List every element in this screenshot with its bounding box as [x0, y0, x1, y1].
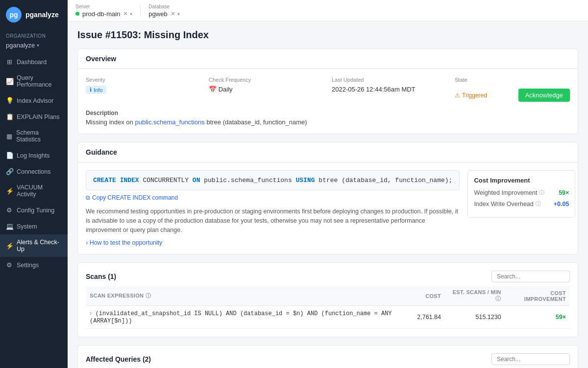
sidebar-nav: ⊞ Dashboard 📈 Query Performance 💡 Index …	[0, 54, 68, 273]
copy-create-index-link[interactable]: ⧉ Copy CREATE INDEX command	[86, 194, 460, 201]
acknowledge-button[interactable]: Acknowledge	[518, 89, 570, 102]
sidebar-item-vacuum-activity[interactable]: ⚡ VACUUM Activity	[0, 180, 68, 202]
queries-body: Affected Queries (2) QUERY ID QUERY AVG …	[78, 345, 578, 368]
sidebar-item-system[interactable]: 💻 System	[0, 218, 68, 234]
clipboard-icon: 📋	[6, 113, 13, 120]
last-updated-item: Last Updated 2022-05-26 12:44:56am MDT	[332, 77, 447, 102]
weighted-improvement-info-icon[interactable]: ⓘ	[539, 189, 544, 196]
calendar-icon: 📅	[209, 86, 217, 93]
code-block: CREATE INDEX CONCURRENTLY ON public.sche…	[86, 170, 460, 190]
table-row: › (invalidated_at_snapshot_id IS NULL) A…	[86, 306, 570, 329]
document-icon: 📄	[6, 152, 13, 159]
sidebar-item-settings[interactable]: ⚙ Settings	[0, 257, 68, 273]
database-clear-button[interactable]: ✕	[171, 10, 175, 17]
weighted-improvement-row: Weighted Improvement ⓘ 59×	[474, 189, 569, 196]
overview-header: Overview	[78, 49, 578, 69]
schema-functions-link[interactable]: public.schema_functions	[135, 118, 204, 126]
index-write-overhead-label: Index Write Overhead ⓘ	[474, 200, 540, 207]
scan-expr-info-icon[interactable]: ⓘ	[146, 293, 151, 299]
state-item: State ⚠ Triggered Acknowledge	[455, 77, 570, 102]
description-section: Description Missing index on public.sche…	[78, 110, 578, 134]
database-dropdown-button[interactable]: ▾	[177, 11, 180, 17]
row-expand-icon[interactable]: ›	[90, 310, 92, 317]
sidebar-item-log-insights[interactable]: 📄 Log Insights	[0, 147, 68, 163]
content-area: Issue #11503: Missing Index Overview Sev…	[68, 22, 588, 368]
server-value: prod-db-main	[82, 10, 120, 18]
guidance-body: CREATE INDEX CONCURRENTLY ON public.sche…	[78, 162, 578, 254]
vacuum-icon: ⚡	[6, 187, 13, 195]
scans-col-improvement: COST IMPROVEMENT	[505, 286, 570, 306]
affected-queries-card: Affected Queries (2) QUERY ID QUERY AVG …	[77, 345, 578, 368]
description-text: Missing index on public.schema_functions…	[86, 118, 570, 126]
info-circle-icon: ℹ	[90, 87, 92, 93]
database-value-row: pgweb ✕ ▾	[148, 10, 179, 18]
sidebar-logo: pg pganalyze	[0, 0, 68, 29]
guidance-layout: CREATE INDEX CONCURRENTLY ON public.sche…	[86, 170, 570, 246]
sidebar-item-schema-statistics[interactable]: ▦ Schema Statistics	[0, 125, 68, 147]
sidebar-item-alerts[interactable]: ⚡ Alerts & Check-Up	[0, 234, 68, 257]
est-scans-info-icon[interactable]: ⓘ	[495, 296, 501, 301]
state-label: State	[455, 77, 570, 83]
weighted-improvement-value: 59×	[559, 189, 569, 196]
how-to-test-link[interactable]: › How to test the opportunity	[86, 239, 460, 246]
index-write-overhead-value: +0.05	[554, 201, 569, 207]
overview-grid: Severity ℹ Info Check Frequency 📅 Daily	[78, 69, 578, 110]
index-write-overhead-row: Index Write Overhead ⓘ +0.05	[474, 200, 569, 207]
overview-card: Overview Severity ℹ Info Check Frequency…	[77, 48, 578, 134]
scans-col-cost: COST	[413, 286, 445, 306]
sidebar: pg pganalyze ORGANIZATION pganalyze ▾ ⊞ …	[0, 0, 68, 368]
guidance-main: CREATE INDEX CONCURRENTLY ON public.sche…	[86, 170, 460, 246]
scans-body: Scans (1) SCAN EXPRESSION ⓘ COST EST. SC…	[78, 263, 578, 337]
queries-header-row: Affected Queries (2)	[86, 353, 570, 365]
scan-cost-improvement-cell: 59×	[505, 306, 570, 329]
check-frequency-label: Check Frequency	[209, 77, 324, 83]
check-frequency-value: 📅 Daily	[209, 86, 324, 93]
scans-search-input[interactable]	[491, 271, 570, 282]
copy-icon: ⧉	[86, 194, 90, 201]
scans-header-row: Scans (1)	[86, 271, 570, 282]
dashboard-icon: ⊞	[6, 58, 13, 66]
database-section: Database pgweb ✕ ▾	[148, 4, 179, 18]
scan-expr-cell: › (invalidated_at_snapshot_id IS NULL) A…	[86, 306, 413, 329]
severity-badge: ℹ Info	[86, 86, 201, 94]
description-label: Description	[86, 110, 570, 116]
sidebar-item-index-advisor[interactable]: 💡 Index Advisor	[0, 92, 68, 109]
logo-text: pganalyze	[25, 11, 59, 19]
topbar: Server prod-db-main ✕ ▾ Database pgweb ✕…	[68, 0, 588, 22]
grid-icon: ▦	[6, 133, 12, 140]
org-name: pganalyze ▾	[0, 41, 68, 54]
last-updated-value: 2022-05-26 12:44:56am MDT	[332, 86, 447, 93]
server-dropdown-button[interactable]: ▾	[130, 11, 132, 17]
severity-item: Severity ℹ Info	[86, 77, 201, 102]
alert-icon: ⚡	[6, 242, 13, 250]
scans-table: SCAN EXPRESSION ⓘ COST EST. SCANS / MIN …	[86, 286, 570, 329]
scans-col-scans: EST. SCANS / MIN ⓘ	[445, 286, 505, 306]
main-area: Server prod-db-main ✕ ▾ Database pgweb ✕…	[68, 0, 588, 368]
monitor-icon: 💻	[6, 223, 13, 230]
database-value: pgweb	[148, 10, 167, 18]
queries-search-input[interactable]	[491, 353, 570, 365]
sidebar-item-query-performance[interactable]: 📈 Query Performance	[0, 70, 68, 92]
index-write-overhead-info-icon[interactable]: ⓘ	[536, 200, 541, 207]
last-updated-label: Last Updated	[332, 77, 447, 83]
lightbulb-icon: 💡	[6, 97, 13, 104]
scan-cost-cell: 2,761.84	[413, 306, 445, 329]
trigger-icon: ⚠	[455, 92, 460, 99]
org-label: ORGANIZATION	[0, 29, 68, 41]
server-value-row: prod-db-main ✕ ▾	[75, 10, 132, 18]
guidance-header: Guidance	[78, 142, 578, 162]
server-section: Server prod-db-main ✕ ▾	[75, 4, 132, 18]
sidebar-item-dashboard[interactable]: ⊞ Dashboard	[0, 54, 68, 70]
guidance-side: Cost Improvement Weighted Improvement ⓘ …	[467, 170, 575, 246]
link-icon: 🔗	[6, 168, 13, 175]
guidance-recommendation-text: We recommend testing opportunities in pr…	[86, 207, 460, 234]
scan-scans-per-min-cell: 515.1230	[445, 306, 505, 329]
sidebar-item-explain-plans[interactable]: 📋 EXPLAIN Plans	[0, 109, 68, 125]
state-value: ⚠ Triggered	[455, 92, 487, 99]
page-title: Issue #11503: Missing Index	[77, 29, 578, 41]
sidebar-item-connections[interactable]: 🔗 Connections	[0, 163, 68, 180]
sidebar-item-config-tuning[interactable]: ⚙ Config Tuning	[0, 202, 68, 218]
server-label: Server	[75, 4, 132, 9]
settings-icon: ⚙	[6, 261, 13, 269]
server-clear-button[interactable]: ✕	[123, 10, 128, 17]
